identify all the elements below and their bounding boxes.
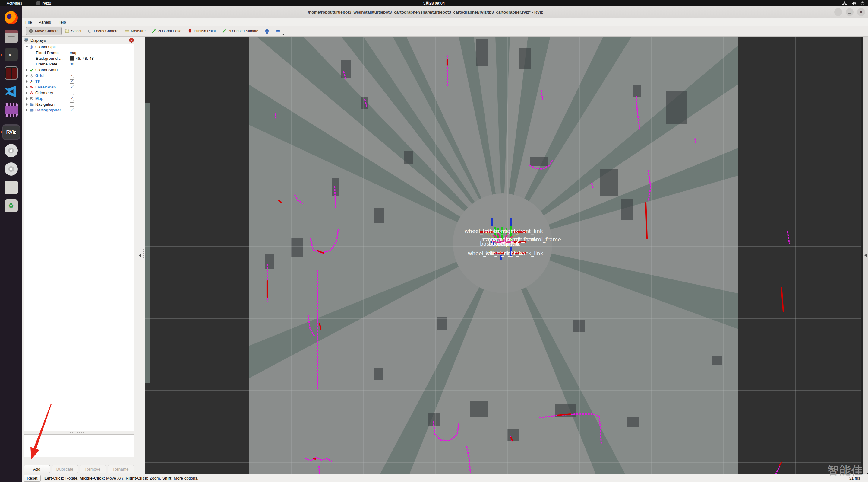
measure-icon bbox=[125, 29, 129, 33]
network-icon[interactable] bbox=[842, 1, 847, 6]
displays-panel-header[interactable]: Displays ✕ bbox=[22, 36, 136, 44]
reset-button[interactable]: Reset bbox=[24, 475, 41, 482]
enabled-checkbox[interactable] bbox=[70, 102, 74, 107]
tree-row-label: LaserScan bbox=[35, 85, 56, 89]
toolbar-button-label: 2D Goal Pose bbox=[158, 29, 182, 33]
terminal-icon: >_ bbox=[4, 48, 18, 61]
toolbar-move-camera-button[interactable]: Move Camera bbox=[26, 27, 62, 35]
enabled-checkbox[interactable]: ✓ bbox=[70, 79, 74, 84]
dock-item-disc-burner-1[interactable] bbox=[2, 143, 20, 159]
tree-row-label: Cartographer bbox=[35, 108, 61, 112]
expander-icon[interactable] bbox=[25, 69, 28, 71]
toolbar-minus-button[interactable] bbox=[273, 27, 283, 35]
panel-close-button[interactable]: ✕ bbox=[129, 38, 134, 42]
tree-row-map[interactable]: Map✓ bbox=[24, 96, 134, 102]
tree-row-navigation[interactable]: Navigation bbox=[24, 102, 134, 107]
focused-app-indicator[interactable]: rviz2 bbox=[36, 1, 51, 5]
remove-button: Remove bbox=[80, 465, 106, 473]
tree-row-cartographer[interactable]: Cartographer✓ bbox=[24, 107, 134, 113]
volume-icon[interactable] bbox=[851, 1, 856, 6]
enabled-checkbox[interactable]: ✓ bbox=[70, 96, 74, 101]
menu-bar: FilePanelsHelp bbox=[22, 18, 868, 26]
dock-item-archive-manager[interactable] bbox=[2, 179, 20, 195]
trash-icon: ♻ bbox=[4, 199, 18, 212]
enabled-checkbox[interactable]: ✓ bbox=[70, 74, 74, 78]
dock-item-files[interactable] bbox=[2, 28, 20, 44]
menu-panels[interactable]: Panels bbox=[35, 18, 54, 26]
expander-icon[interactable] bbox=[25, 80, 28, 83]
tree-row-frame-rate[interactable]: Frame Rate30 bbox=[24, 61, 134, 67]
right-splitter-strip[interactable] bbox=[863, 36, 868, 474]
tree-row-label: Map bbox=[35, 96, 43, 101]
toolbar-drag-handle[interactable] bbox=[23, 27, 25, 35]
system-tray[interactable] bbox=[842, 1, 865, 6]
dock-item-vscode[interactable] bbox=[2, 84, 20, 99]
toolbar-plus-button[interactable] bbox=[262, 27, 272, 35]
tree-row-label: Global Opti… bbox=[35, 45, 60, 49]
property-value[interactable]: 48; 48; 48 bbox=[76, 56, 94, 61]
status-bar: Reset Left-Click: Rotate. Middle-Click: … bbox=[22, 474, 868, 482]
clock[interactable]: 5月28 09:04 bbox=[423, 1, 445, 6]
tree-row-global-statu[interactable]: Global Statu… bbox=[24, 67, 134, 73]
dock-item-rviz[interactable]: RViz bbox=[2, 124, 20, 140]
property-value[interactable]: 30 bbox=[70, 62, 74, 66]
tree-row-label: Frame Rate bbox=[36, 62, 57, 66]
screen: Activities rviz2 5月28 09:04 >_RViz♻ /hom… bbox=[0, 0, 868, 482]
enabled-checkbox[interactable]: ✓ bbox=[70, 108, 74, 112]
tree-row-fixed-frame[interactable]: Fixed Framemap bbox=[24, 50, 134, 56]
dock-item-terminator[interactable] bbox=[2, 65, 20, 81]
expander-icon[interactable] bbox=[25, 109, 28, 111]
tree-row-label: Grid bbox=[35, 73, 44, 78]
dock-item-terminal[interactable]: >_ bbox=[2, 47, 20, 62]
collapse-right-panel-icon[interactable] bbox=[864, 254, 867, 257]
expander-icon[interactable] bbox=[25, 75, 28, 77]
disc-icon bbox=[4, 144, 18, 157]
add-button[interactable]: Add bbox=[24, 465, 50, 473]
menu-file[interactable]: File bbox=[22, 18, 35, 26]
tree-row-value: 48; 48; 48 bbox=[70, 56, 94, 61]
menu-help[interactable]: Help bbox=[54, 18, 69, 26]
render-viewport[interactable]: wheel_left_front_linkwheel_right_front_l… bbox=[145, 36, 861, 474]
enabled-checkbox[interactable] bbox=[70, 91, 74, 95]
minimize-button[interactable]: − bbox=[834, 8, 842, 16]
color-swatch[interactable] bbox=[70, 56, 74, 61]
dock-item-trash[interactable]: ♻ bbox=[2, 198, 20, 214]
toolbar-focus-camera-button[interactable]: Focus Camera bbox=[85, 27, 121, 35]
pin-icon bbox=[188, 29, 192, 33]
toolbar-2d-goal-pose-button[interactable]: 2D Goal Pose bbox=[149, 27, 184, 35]
expander-icon[interactable] bbox=[25, 86, 28, 88]
tree-row-grid[interactable]: Grid✓ bbox=[24, 73, 134, 79]
restore-button[interactable]: ❏ bbox=[846, 8, 854, 16]
close-button[interactable]: × bbox=[857, 8, 865, 16]
power-icon[interactable] bbox=[860, 1, 865, 6]
tree-row-global-opti[interactable]: Global Opti… bbox=[24, 44, 134, 50]
odometry-icon bbox=[29, 91, 34, 95]
toolbar-publish-point-button[interactable]: Publish Point bbox=[185, 27, 219, 35]
vscode-icon bbox=[4, 85, 18, 98]
tree-row-background[interactable]: Background …48; 48; 48 bbox=[24, 56, 134, 61]
toolbar-2d-pose-estimate-button[interactable]: 2D Pose Estimate bbox=[219, 27, 261, 35]
dock-item-firefox[interactable] bbox=[2, 10, 20, 26]
laserscan-icon bbox=[29, 85, 34, 89]
window-titlebar[interactable]: /home/robot/turtlebot3_ws/install/turtle… bbox=[22, 6, 868, 18]
left-splitter-strip[interactable] bbox=[136, 36, 145, 474]
collapse-left-panel-icon[interactable] bbox=[139, 254, 141, 257]
expander-icon[interactable] bbox=[25, 103, 28, 106]
expander-icon[interactable] bbox=[25, 92, 28, 94]
panel-splitter-handle[interactable] bbox=[70, 432, 88, 433]
toolbar-measure-button[interactable]: Measure bbox=[122, 27, 148, 35]
tree-row-label: Global Statu… bbox=[35, 67, 62, 72]
enabled-checkbox[interactable]: ✓ bbox=[70, 85, 74, 89]
expander-icon[interactable] bbox=[25, 97, 28, 100]
property-value[interactable]: map bbox=[70, 50, 78, 55]
tree-row-laserscan[interactable]: LaserScan✓ bbox=[24, 84, 134, 90]
toolbar-select-button[interactable]: Select bbox=[62, 27, 85, 35]
dock-item-media-player[interactable] bbox=[2, 102, 20, 118]
tree-row-odometry[interactable]: Odometry bbox=[24, 90, 134, 96]
plus-icon bbox=[265, 29, 270, 34]
dock-item-disc-burner-2[interactable] bbox=[2, 161, 20, 177]
toolbar-overflow-caret[interactable] bbox=[282, 34, 285, 35]
tree-row-tf[interactable]: TF✓ bbox=[24, 79, 134, 84]
expander-icon[interactable] bbox=[25, 46, 28, 48]
activities-button[interactable]: Activities bbox=[4, 1, 24, 5]
